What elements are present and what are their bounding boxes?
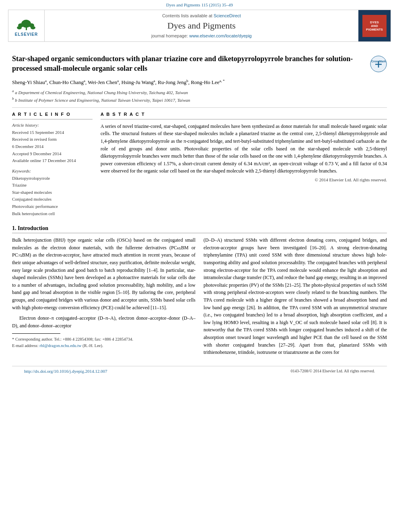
journal-homepage-link[interactable]: www.elsevier.com/locate/dyepig	[189, 33, 251, 38]
article-title: Star-shaped organic semiconductors with …	[12, 54, 387, 74]
issn-copyright: 0143-7208/© 2014 Elsevier Ltd. All right…	[291, 369, 375, 373]
article-info-col: A R T I C L E I N F O Article history: R…	[12, 112, 93, 218]
journal-citation: Dyes and Pigments 115 (2015) 35–49	[166, 2, 233, 7]
journal-top-bar: Dyes and Pigments 115 (2015) 35–49	[0, 0, 399, 8]
keyword-5: Bulk heterojunction cell	[12, 210, 93, 218]
elsevier-label: ELSEVIER	[15, 32, 38, 37]
journal-homepage: journal homepage: www.elsevier.com/locat…	[151, 33, 251, 38]
history-item-0: Received 15 September 2014	[12, 129, 93, 136]
abstract-col: A B S T R A C T A series of novel triazi…	[101, 112, 387, 218]
journal-title: Dyes and Pigments	[167, 21, 236, 31]
abstract-text: A series of novel triazine-cored, star-s…	[101, 123, 387, 175]
article-info-divider	[12, 119, 93, 119]
journal-logo-img: DYES AND PIGMENTS	[362, 15, 387, 37]
keyword-0: Diketopyrrolopyrrole	[12, 175, 93, 182]
introduction-title: 1. Introduction	[12, 225, 387, 233]
svg-point-5	[31, 26, 35, 29]
keywords-label: Keywords:	[12, 168, 93, 173]
body-columns: Bulk heterojunction (BHJ) type organic s…	[12, 236, 387, 359]
history-label: Article history:	[12, 123, 93, 127]
keyword-1: Triazine	[12, 182, 93, 189]
affiliation-a: a a Department of Chemical Engineering, …	[12, 88, 387, 96]
keyword-4: Photovoltaic performance	[12, 203, 93, 210]
intro-para-1: Bulk heterojunction (BHJ) type organic s…	[12, 236, 195, 311]
contents-line: Contents lists available at ScienceDirec…	[162, 13, 241, 18]
journal-center: Contents lists available at ScienceDirec…	[45, 10, 358, 41]
bottom-bar: http://dx.doi.org/10.1016/j.dyepig.2014.…	[12, 366, 387, 376]
sciencedirect-link[interactable]: ScienceDirect	[214, 13, 241, 18]
elsevier-logo-container: ELSEVIER	[8, 10, 45, 41]
history-item-1: Received in revised form	[12, 136, 93, 143]
keyword-2: Star-shaped molecules	[12, 189, 93, 196]
crossmark-icon: CrossMark	[370, 55, 387, 72]
introduction-section: 1. Introduction Bulk heterojunction (BHJ…	[12, 225, 387, 359]
info-abstract-cols: A R T I C L E I N F O Article history: R…	[12, 112, 387, 218]
body-right-col: (D–D–A) structured SSMs with different e…	[204, 236, 387, 359]
affiliation-b: b b Institute of Polymer Science and Eng…	[12, 96, 387, 103]
article-content: Star-shaped organic semiconductors with …	[0, 42, 399, 376]
intro-para-2: Electron donor–π conjugated–acceptor (D–…	[12, 314, 195, 329]
footnote-email: E-mail address: rhl@dragon.nchu.edu.tw (…	[12, 343, 195, 349]
intro-para-right-1: (D–D–A) structured SSMs with different e…	[204, 236, 387, 356]
body-left-col: Bulk heterojunction (BHJ) type organic s…	[12, 236, 195, 359]
history-item-4: Available online 17 December 2014	[12, 157, 93, 164]
abstract-divider	[101, 119, 387, 119]
doi-link[interactable]: http://dx.doi.org/10.1016/j.dyepig.2014.…	[24, 369, 107, 374]
abstract-heading: A B S T R A C T	[101, 112, 387, 117]
keyword-3: Conjugated molecules	[12, 196, 93, 203]
footnote-email-link[interactable]: rhl@dragon.nchu.edu.tw	[39, 343, 81, 348]
elsevier-tree-icon	[15, 15, 37, 31]
history-item-3: Accepted 9 December 2014	[12, 150, 93, 158]
history-item-2: 6 December 2014	[12, 143, 93, 150]
svg-point-4	[17, 26, 22, 29]
abstract-copyright: © 2014 Elsevier Ltd. All rights reserved…	[101, 177, 387, 182]
journal-header-box: ELSEVIER Contents lists available at Sci…	[8, 10, 391, 42]
footnote-divider	[12, 333, 60, 334]
article-info-heading: A R T I C L E I N F O	[12, 112, 93, 117]
journal-logo-box: DYES AND PIGMENTS	[358, 10, 391, 41]
article-divider	[12, 107, 387, 108]
footnote-corresponding: * Corresponding author. Tel.: +886 4 228…	[12, 336, 195, 343]
affiliations: a a Department of Chemical Engineering, …	[12, 88, 387, 103]
authors-line: Sheng-Yi Shiaua, Chun-Ho Changa, Wei-Jen…	[12, 78, 387, 86]
